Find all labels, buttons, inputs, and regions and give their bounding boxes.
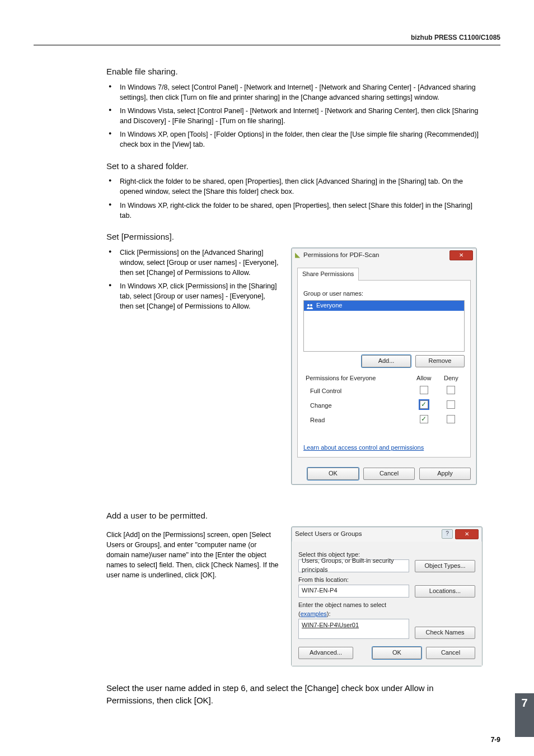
learn-link[interactable]: Learn about access control and permissio… [303,444,465,452]
step6-text: Click [Add] on the [Permissions] screen,… [106,530,280,581]
object-type-field: Users, Groups, or Built-in security prin… [298,559,409,572]
page-header: bizhub PRESS C1100/C1085 [34,34,500,45]
svg-point-0 [307,304,310,306]
add-button[interactable]: Add... [362,355,411,367]
users-icon [306,303,313,309]
dialog-title: Select Users or Groups [295,529,362,539]
cancel-button[interactable]: Cancel [363,468,415,480]
group-everyone: Everyone [316,301,342,310]
list-item: Click [Permissions] on the [Advanced Sha… [106,248,280,278]
main-content: Enable file sharing. In Windows 7/8, sel… [106,66,481,707]
step4-title: Set to a shared folder. [106,160,481,172]
select-users-dialog: Select Users or Groups ? ✕ Select this o… [291,526,483,666]
perm-for-label: Permissions for Everyone [303,373,410,384]
apply-button[interactable]: Apply [419,468,471,480]
enter-names-label: Enter the object names to select (exampl… [298,601,409,619]
permissions-dialog: ◣ Permissions for PDF-Scan ✕ Share Permi… [291,248,477,486]
svg-point-1 [310,304,312,306]
list-item: In Windows 7/8, select [Control Panel] -… [106,82,481,102]
from-location-field: WIN7-EN-P4 [298,585,409,598]
remove-button[interactable]: Remove [415,355,465,367]
step7-text: Select the user name added in step 6, an… [106,682,481,707]
list-item: Right-click the folder to be shared, ope… [106,176,481,197]
checkbox-change-allow[interactable] [420,400,428,409]
checkbox-fullcontrol-allow[interactable] [420,386,428,394]
shield-icon: ◣ [295,250,300,260]
from-location-label: From this location: [298,576,409,585]
col-allow: Allow [410,373,438,384]
list-item: In Windows XP, click [Permissions] in th… [106,281,280,311]
step4-list: Right-click the folder to be shared, ope… [106,176,481,221]
ok-button[interactable]: OK [372,647,421,659]
perm-row-label: Full Control [303,384,410,399]
advanced-button[interactable]: Advanced... [298,647,353,659]
listbox-selected-item[interactable]: Everyone [304,301,464,311]
checkbox-read-allow[interactable] [420,415,428,423]
list-item: In Windows XP, open [Tools] - [Folder Op… [106,129,481,150]
locations-button[interactable]: Locations... [415,585,475,598]
object-types-button[interactable]: Object Types... [415,560,475,572]
step3-title: Enable file sharing. [106,66,481,78]
side-bar-decoration [515,712,534,737]
permissions-table: Permissions for Everyone Allow Deny Full… [303,373,465,428]
object-names-textbox[interactable]: WIN7-EN-P4\User01 [298,619,409,639]
perm-row-label: Read [303,413,410,428]
group-listbox[interactable]: Everyone [303,300,465,352]
step6-title: Add a user to be permitted. [106,510,481,522]
checkbox-fullcontrol-deny[interactable] [447,386,455,394]
page-number: 7-9 [491,736,500,744]
group-names-label: Group or user names: [303,290,465,298]
step5-list: Click [Permissions] on the [Advanced Sha… [106,248,280,312]
step3-list: In Windows 7/8, select [Control Panel] -… [106,82,481,150]
check-names-button[interactable]: Check Names [415,627,475,639]
step5-title: Set [Permissions]. [106,231,481,243]
dialog-title: Permissions for PDF-Scan [303,250,379,260]
help-button[interactable]: ? [442,529,453,539]
list-item: In Windows Vista, select [Control Panel]… [106,106,481,126]
examples-link[interactable]: examples [301,610,327,617]
ok-button[interactable]: OK [307,468,359,480]
close-button[interactable]: ✕ [455,529,479,539]
list-item: In Windows XP, right-click the folder to… [106,200,481,221]
checkbox-change-deny[interactable] [447,400,455,409]
checkbox-read-deny[interactable] [447,415,455,423]
cancel-button[interactable]: Cancel [426,647,475,659]
col-deny: Deny [438,373,465,384]
tab-share-permissions[interactable]: Share Permissions [297,268,359,281]
chapter-tab: 7 [515,693,534,712]
perm-row-label: Change [303,399,410,413]
close-button[interactable]: ✕ [449,250,473,260]
